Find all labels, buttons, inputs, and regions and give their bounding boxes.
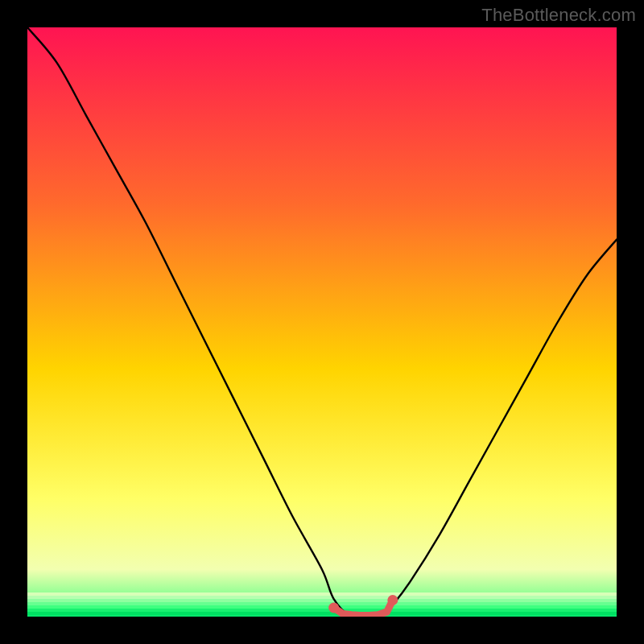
gradient-background xyxy=(27,27,617,617)
credit-text: TheBottleneck.com xyxy=(481,5,636,26)
plot-area xyxy=(27,27,617,617)
chart-frame: TheBottleneck.com xyxy=(0,0,644,644)
